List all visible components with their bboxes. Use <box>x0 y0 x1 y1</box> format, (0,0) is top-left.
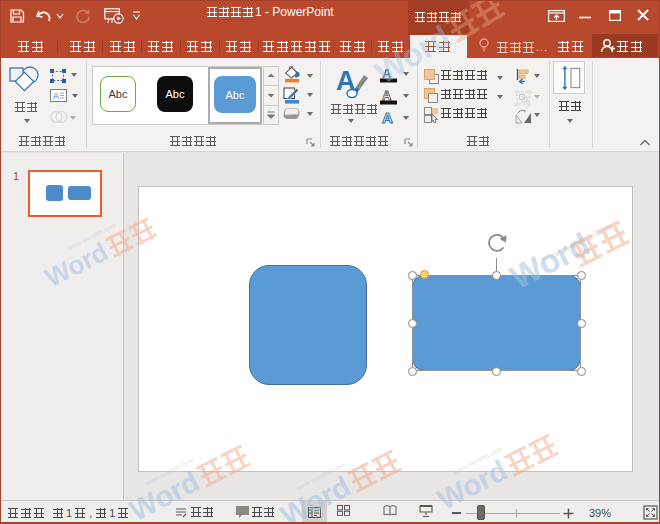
svg-text:A: A <box>382 109 393 126</box>
svg-text:A: A <box>53 91 59 101</box>
